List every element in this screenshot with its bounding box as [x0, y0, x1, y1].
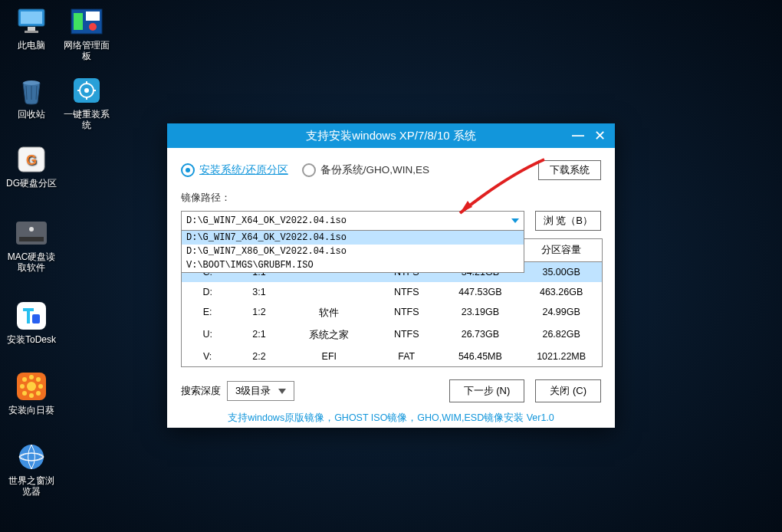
disk-icon: G: [14, 144, 49, 175]
icon-label: 一键重装系统: [60, 109, 113, 130]
table-row[interactable]: V: 2:2 EFI FAT 546.45MB 1021.22MB: [182, 346, 602, 366]
svg-rect-27: [74, 13, 83, 30]
desktop-icon-dg[interactable]: G DG硬盘分区: [5, 144, 58, 189]
todesk-icon: [14, 300, 49, 331]
svg-point-24: [19, 445, 44, 469]
combo-value: D:\G_WIN7_X64_OK_V2022.04.iso: [186, 215, 347, 226]
svg-point-17: [29, 393, 34, 398]
svg-point-19: [38, 384, 43, 389]
combo-dropdown: D:\G_WIN7_X64_OK_V2022.04.iso D:\G_WIN7_…: [181, 231, 524, 273]
sunflower-icon: [14, 371, 49, 402]
svg-rect-10: [17, 302, 46, 330]
radio-label: 备份系统/GHO,WIN,ES: [320, 163, 429, 177]
search-depth-label: 搜索深度: [181, 384, 221, 398]
svg-rect-13: [32, 314, 40, 323]
desktop-icon-reinstall[interactable]: 一键重装系统: [60, 75, 113, 130]
desktop-icon-browser[interactable]: 世界之窗浏览器: [5, 442, 58, 497]
svg-point-18: [20, 384, 25, 389]
desktop-icon-mac-disk[interactable]: MAC硬盘读取软件: [5, 218, 58, 273]
svg-point-23: [36, 391, 41, 396]
minimize-button[interactable]: —: [569, 126, 587, 145]
table-row[interactable]: E: 1:2 软件 NTFS 23.19GB 24.99GB: [182, 302, 602, 324]
radio-label: 安装系统/还原分区: [199, 163, 288, 177]
drive-icon: [14, 218, 49, 248]
icon-label: 安装ToDesk: [5, 334, 58, 345]
footer-text: 支持windows原版镜像，GHOST ISO镜像，GHO,WIM,ESD镜像安…: [167, 408, 615, 428]
svg-point-32: [84, 88, 89, 93]
desktop-icon-recycle-bin[interactable]: 回收站: [5, 75, 58, 120]
desktop-icon-sunflower[interactable]: 安装向日葵: [5, 371, 58, 415]
icon-label: 安装向日葵: [5, 405, 58, 415]
depth-value: 3级目录: [235, 384, 271, 398]
image-path-label: 镜像路径：: [181, 191, 601, 205]
search-depth-select[interactable]: 3级目录: [227, 381, 294, 401]
svg-point-16: [29, 375, 34, 379]
desktop-icon-this-pc[interactable]: 此电脑: [5, 6, 58, 51]
panel-icon: [69, 6, 104, 37]
svg-point-29: [89, 23, 97, 31]
svg-point-21: [36, 377, 41, 382]
desktop-icon-todesk[interactable]: 安装ToDesk: [5, 300, 58, 345]
combo-item[interactable]: V:\BOOT\IMGS\GRUBFM.ISO: [182, 258, 524, 272]
svg-rect-28: [86, 11, 100, 21]
desktop-icon-network-panel[interactable]: 网络管理面板: [60, 6, 113, 61]
monitor-icon: [14, 6, 49, 37]
svg-point-20: [22, 377, 27, 382]
trash-icon: [14, 75, 49, 106]
chevron-down-icon: [278, 389, 286, 394]
svg-point-22: [22, 391, 27, 396]
svg-point-15: [27, 382, 36, 391]
icon-label: 回收站: [5, 109, 58, 120]
download-system-button[interactable]: 下载系统: [538, 160, 601, 180]
svg-rect-12: [27, 308, 30, 323]
table-row[interactable]: D: 3:1 NTFS 447.53GB 463.26GB: [182, 282, 602, 302]
titlebar[interactable]: 支持安装windows XP/7/8/10 系统 — ✕: [167, 123, 615, 148]
icon-label: 此电脑: [5, 40, 58, 51]
close-button[interactable]: ✕: [590, 126, 609, 145]
combo-input[interactable]: D:\G_WIN7_X64_OK_V2022.04.iso: [181, 211, 524, 231]
svg-point-4: [23, 80, 40, 85]
svg-rect-1: [21, 11, 42, 24]
combo-item[interactable]: D:\G_WIN7_X64_OK_V2022.04.iso: [182, 231, 524, 245]
globe-icon: [14, 442, 49, 472]
reinstall-icon: [69, 75, 104, 106]
image-path-combo[interactable]: D:\G_WIN7_X64_OK_V2022.04.iso D:\G_WIN7_…: [181, 211, 524, 231]
th-total: 分区容量: [521, 239, 602, 261]
svg-rect-3: [25, 31, 38, 33]
combo-item[interactable]: D:\G_WIN7_X86_OK_V2022.04.iso: [182, 245, 524, 258]
chevron-down-icon: [511, 218, 519, 223]
svg-rect-2: [28, 27, 35, 31]
next-button[interactable]: 下一步 (N): [449, 379, 525, 402]
close-button[interactable]: 关闭 (C): [535, 379, 601, 402]
radio-backup[interactable]: 备份系统/GHO,WIN,ES: [302, 163, 429, 177]
icon-label: DG硬盘分区: [5, 178, 58, 189]
svg-text:G: G: [26, 153, 37, 168]
browse-button[interactable]: 浏 览（B）: [535, 211, 601, 231]
svg-rect-9: [19, 237, 44, 241]
icon-label: 世界之窗浏览器: [5, 475, 58, 497]
window-title: 支持安装windows XP/7/8/10 系统: [306, 129, 476, 143]
icon-label: MAC硬盘读取软件: [5, 251, 58, 273]
radio-circle-icon: [181, 163, 195, 177]
radio-install-restore[interactable]: 安装系统/还原分区: [181, 163, 288, 177]
icon-label: 网络管理面板: [60, 40, 113, 61]
installer-window: 支持安装windows XP/7/8/10 系统 — ✕ 安装系统/还原分区 备…: [167, 123, 615, 428]
table-row[interactable]: U: 2:1 系统之家 NTFS 26.73GB 26.82GB: [182, 324, 602, 346]
radio-circle-icon: [302, 163, 316, 177]
svg-point-8: [29, 227, 34, 232]
